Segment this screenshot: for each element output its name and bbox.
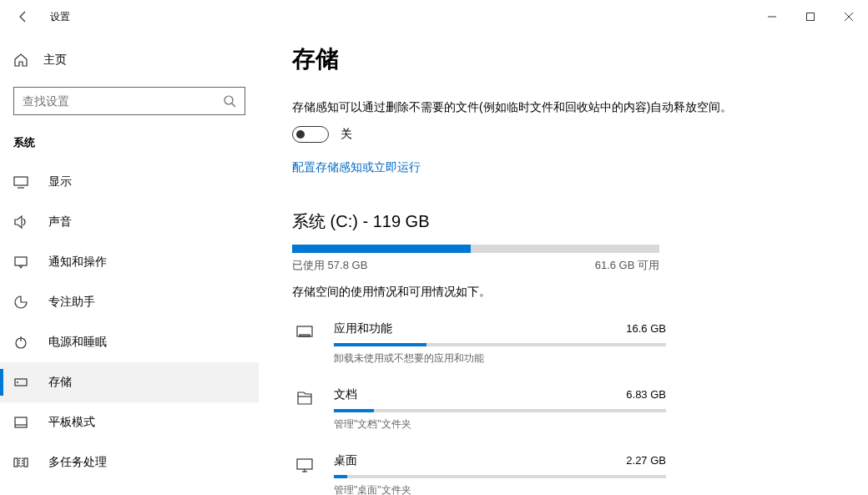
category-size: 16.6 GB: [626, 322, 666, 335]
svg-rect-1: [807, 13, 815, 21]
category-bar: [334, 409, 666, 412]
svg-rect-13: [14, 458, 18, 467]
storage-icon: [13, 375, 30, 390]
drive-used-label: 已使用 57.8 GB: [292, 258, 367, 273]
svg-rect-14: [19, 458, 23, 467]
category-desktop[interactable]: 桌面2.27 GB管理"桌面"文件夹: [292, 453, 835, 495]
documents-icon: [292, 387, 317, 432]
category-hint: 管理"桌面"文件夹: [334, 483, 666, 495]
sidebar-item-display[interactable]: 显示: [0, 162, 259, 202]
svg-rect-19: [297, 459, 312, 469]
sidebar: 主页 系统 显示 声音 通知和操作 专注助手: [0, 33, 259, 495]
home-label: 主页: [43, 53, 67, 68]
category-fill: [334, 343, 426, 346]
sound-icon: [13, 215, 30, 230]
display-icon: [13, 174, 30, 189]
close-button[interactable]: [830, 0, 868, 33]
category-fill: [334, 475, 347, 478]
svg-line-3: [232, 104, 235, 107]
category-hint: 管理"文档"文件夹: [334, 417, 666, 432]
maximize-button[interactable]: [791, 0, 830, 33]
storage-sense-toggle[interactable]: [292, 126, 329, 143]
search-input[interactable]: [23, 94, 223, 108]
notifications-icon: [13, 255, 30, 270]
focus-icon: [13, 295, 30, 310]
drive-usage-fill: [292, 245, 471, 253]
sidebar-group-title: 系统: [0, 130, 259, 162]
svg-rect-11: [15, 417, 27, 427]
storage-sense-desc: 存储感知可以通过删除不需要的文件(例如临时文件和回收站中的内容)自动释放空间。: [292, 98, 760, 116]
sidebar-item-label: 通知和操作: [48, 255, 107, 270]
sidebar-item-multitask[interactable]: 多任务处理: [0, 442, 259, 482]
minimize-button[interactable]: [753, 0, 791, 33]
sidebar-item-label: 声音: [48, 215, 72, 230]
category-size: 6.83 GB: [626, 388, 666, 401]
search-icon: [223, 94, 236, 108]
drive-title: 系统 (C:) - 119 GB: [292, 210, 835, 233]
sidebar-item-power[interactable]: 电源和睡眠: [0, 322, 259, 362]
category-apps[interactable]: 应用和功能16.6 GB卸载未使用或不想要的应用和功能: [292, 321, 835, 366]
svg-point-10: [17, 381, 18, 383]
sidebar-item-label: 多任务处理: [48, 455, 107, 470]
sidebar-item-label: 存储: [48, 375, 72, 390]
power-icon: [13, 335, 30, 350]
svg-rect-6: [15, 257, 27, 265]
multitask-icon: [13, 455, 30, 470]
svg-rect-4: [14, 177, 28, 185]
category-hint: 卸载未使用或不想要的应用和功能: [334, 351, 666, 366]
home-icon: [13, 53, 30, 68]
sidebar-item-notifications[interactable]: 通知和操作: [0, 242, 259, 282]
svg-point-2: [225, 96, 233, 104]
window-title: 设置: [50, 10, 70, 24]
sidebar-item-focus[interactable]: 专注助手: [0, 282, 259, 322]
drive-subtext: 存储空间的使用情况和可用情况如下。: [292, 285, 835, 300]
home-nav[interactable]: 主页: [0, 42, 259, 78]
sidebar-item-storage[interactable]: 存储: [0, 362, 259, 402]
sidebar-item-tablet[interactable]: 平板模式: [0, 402, 259, 442]
titlebar: 设置: [0, 0, 868, 33]
category-fill: [334, 409, 374, 412]
sidebar-item-sound[interactable]: 声音: [0, 202, 259, 242]
toggle-state-label: 关: [341, 127, 352, 142]
svg-rect-15: [24, 458, 28, 467]
category-bar: [334, 475, 666, 478]
search-box[interactable]: [13, 87, 245, 115]
back-button[interactable]: [7, 0, 40, 33]
category-name: 桌面: [334, 453, 357, 468]
page-title: 存储: [292, 43, 835, 75]
svg-rect-17: [300, 335, 310, 336]
sidebar-item-label: 平板模式: [48, 415, 95, 430]
category-name: 文档: [334, 387, 357, 402]
desktop-icon: [292, 453, 317, 495]
sidebar-item-label: 专注助手: [48, 295, 95, 310]
sidebar-item-label: 显示: [48, 174, 72, 189]
apps-icon: [292, 321, 317, 366]
drive-free-label: 61.6 GB 可用: [595, 258, 659, 273]
sidebar-item-label: 电源和睡眠: [48, 335, 107, 350]
drive-usage-bar: [292, 245, 659, 253]
content-area: 存储 存储感知可以通过删除不需要的文件(例如临时文件和回收站中的内容)自动释放空…: [259, 33, 868, 495]
category-documents[interactable]: 文档6.83 GB管理"文档"文件夹: [292, 387, 835, 432]
category-bar: [334, 343, 666, 346]
storage-sense-toggle-row: 关: [292, 126, 835, 143]
configure-storage-sense-link[interactable]: 配置存储感知或立即运行: [292, 160, 421, 174]
category-name: 应用和功能: [334, 321, 392, 336]
tablet-icon: [13, 415, 30, 430]
category-size: 2.27 GB: [626, 454, 666, 467]
drive-meta: 已使用 57.8 GB 61.6 GB 可用: [292, 258, 659, 273]
